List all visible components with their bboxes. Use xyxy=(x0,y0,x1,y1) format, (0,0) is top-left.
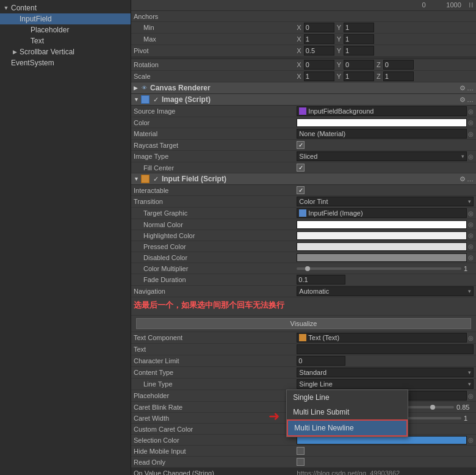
transition-dropdown[interactable]: Color Tint xyxy=(297,197,474,206)
image-script-arrow: ▼ xyxy=(134,96,139,103)
pressed-color-swatch[interactable] xyxy=(297,242,467,251)
image-type-value: Sliced ◎ xyxy=(297,151,474,161)
image-script-controls: ⚙ … xyxy=(460,96,474,104)
line-type-option-single[interactable]: Single Line xyxy=(287,390,408,405)
content-type-text: Standard xyxy=(299,369,326,376)
canvas-renderer-menu[interactable]: ⚙ xyxy=(460,84,466,92)
disabled-color-row: Disabled Color ◎ xyxy=(131,252,476,263)
material-field[interactable]: None (Material) xyxy=(297,129,467,139)
highlighted-color-icon[interactable]: ◎ xyxy=(468,232,474,239)
color-swatch[interactable] xyxy=(297,118,467,127)
anchors-min-value: X Y xyxy=(297,23,474,32)
read-only-label: Read Only xyxy=(134,459,297,466)
char-limit-field[interactable] xyxy=(297,356,345,366)
scale-z[interactable] xyxy=(383,71,414,81)
selection-color-icon[interactable]: ◎ xyxy=(468,437,474,443)
target-graphic-target-icon[interactable]: ◎ xyxy=(468,210,474,217)
image-type-more[interactable]: ◎ xyxy=(468,153,474,160)
anchors-max-label: Max xyxy=(134,35,297,43)
rotation-x[interactable] xyxy=(304,60,334,70)
canvas-renderer-controls: ⚙ … xyxy=(460,84,474,92)
line-type-dropdown[interactable]: Single Line xyxy=(297,379,474,389)
fill-center-value: ✓ xyxy=(297,164,474,172)
anchors-max-x[interactable] xyxy=(304,34,334,44)
text-component-field[interactable]: Text (Text) xyxy=(297,333,467,343)
normal-color-icon[interactable]: ◎ xyxy=(468,221,474,228)
anchors-max-row: Max X Y xyxy=(131,34,476,45)
normal-color-swatch[interactable] xyxy=(297,220,467,229)
anchors-min-label: Min xyxy=(134,24,297,31)
pressed-color-icon[interactable]: ◎ xyxy=(468,243,474,250)
source-image-field[interactable]: InputFieldBackground xyxy=(297,106,467,116)
content-type-dropdown[interactable]: Standard xyxy=(297,368,474,377)
line-type-popup: ➜ Single Line Multi Line Submit Multi Li… xyxy=(286,390,408,437)
color-multiplier-label: Color Multiplier xyxy=(134,265,297,272)
sidebar-item-text[interactable]: Text xyxy=(0,35,131,46)
pivot-y[interactable] xyxy=(344,46,374,56)
rotation-z[interactable] xyxy=(383,60,414,70)
caret-blink-thumb[interactable] xyxy=(430,405,435,410)
text-component-text: Text (Text) xyxy=(308,334,339,341)
line-type-option-multi-newline-label: Multi Line Newline xyxy=(294,424,353,432)
disabled-color-swatch[interactable] xyxy=(297,253,467,262)
sidebar-item-content[interactable]: ▼ Content xyxy=(0,2,131,13)
image-script-menu[interactable]: ⚙ xyxy=(460,96,466,104)
canvas-renderer-arrow: ▶ xyxy=(134,85,138,91)
image-type-row: Image Type Sliced ◎ xyxy=(131,151,476,162)
line-type-option-multi-submit[interactable]: Multi Line Submit xyxy=(287,405,408,419)
pressed-color-row: Pressed Color ◎ xyxy=(131,241,476,252)
tree-arrow-text xyxy=(22,37,29,45)
placeholder-target[interactable]: ◎ xyxy=(468,393,474,399)
sidebar-item-placeholder[interactable]: Placeholder xyxy=(0,24,131,35)
color-target-icon[interactable]: ◎ xyxy=(468,119,474,126)
source-image-target-icon[interactable]: ◎ xyxy=(468,108,474,115)
color-multiplier-thumb[interactable] xyxy=(305,266,310,271)
sidebar-item-inputfield[interactable]: InputField xyxy=(0,13,131,24)
source-image-label: Source Image xyxy=(134,107,297,115)
raycast-target-checkbox[interactable]: ✓ xyxy=(297,141,305,149)
anchors-max-y[interactable] xyxy=(344,34,374,44)
char-limit-row: Character Limit xyxy=(131,355,476,367)
anchors-min-y[interactable] xyxy=(344,23,374,32)
sidebar-item-scrollbar[interactable]: ▶ Scrollbar Vertical xyxy=(0,46,131,57)
color-multiplier-track[interactable] xyxy=(297,267,461,270)
navigation-dropdown[interactable]: Automatic xyxy=(297,286,474,296)
color-value: ◎ xyxy=(297,118,474,127)
visualize-button[interactable]: Visualize xyxy=(136,318,471,329)
image-type-dropdown[interactable]: Sliced xyxy=(297,151,467,161)
image-script-more[interactable]: … xyxy=(467,96,474,104)
canvas-renderer-more[interactable]: … xyxy=(467,84,474,92)
selection-color-label: Selection Color xyxy=(134,437,297,444)
input-field-checkbox[interactable]: ✓ xyxy=(153,175,159,183)
disabled-color-icon[interactable]: ◎ xyxy=(468,254,474,261)
input-field-controls: ⚙ … xyxy=(460,175,474,183)
read-only-checkbox[interactable] xyxy=(297,458,305,466)
scale-y[interactable] xyxy=(344,71,374,81)
annotation-area: 选最后一个，如果选中间那个回车无法换行 xyxy=(131,297,476,316)
fill-center-checkbox[interactable]: ✓ xyxy=(297,164,305,172)
target-graphic-field[interactable]: InputField (Image) xyxy=(297,208,467,218)
pivot-label: Pivot xyxy=(134,47,297,54)
pivot-x[interactable] xyxy=(304,46,334,56)
hide-mobile-checkbox[interactable] xyxy=(297,447,305,455)
interactable-checkbox[interactable]: ✓ xyxy=(297,186,305,194)
annotation-text: 选最后一个，如果选中间那个回车无法换行 xyxy=(134,300,284,311)
highlighted-color-swatch[interactable] xyxy=(297,231,467,240)
text-component-target[interactable]: ◎ xyxy=(468,335,474,341)
char-limit-label: Character Limit xyxy=(134,357,297,364)
sidebar-item-eventsystem[interactable]: EventSystem xyxy=(0,57,131,68)
rotation-y[interactable] xyxy=(344,60,374,70)
anchors-min-x[interactable] xyxy=(304,23,334,32)
fade-duration-field[interactable] xyxy=(297,275,345,285)
text-value xyxy=(297,344,474,354)
interactable-label: Interactable xyxy=(134,187,297,194)
tree-arrow-inputfield xyxy=(11,15,18,23)
scale-x[interactable] xyxy=(304,71,334,81)
input-field-menu[interactable]: ⚙ xyxy=(460,175,466,183)
line-type-option-multi-newline[interactable]: Multi Line Newline xyxy=(287,419,408,437)
canvas-renderer-icon: 👁 xyxy=(140,84,148,92)
input-field-more[interactable]: … xyxy=(467,175,474,183)
image-script-checkbox[interactable]: ✓ xyxy=(153,96,159,104)
material-target-icon[interactable]: ◎ xyxy=(468,131,474,137)
text-field[interactable] xyxy=(297,344,474,354)
